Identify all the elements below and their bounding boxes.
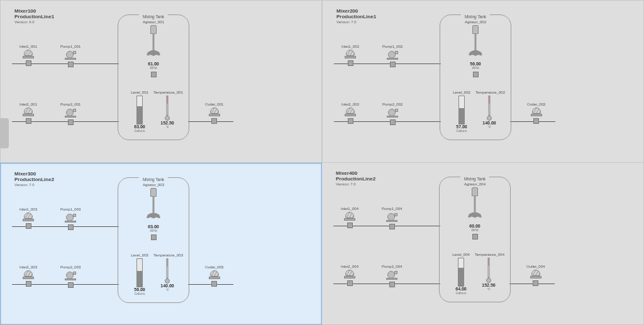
agitator[interactable]: Agitator_004 60.00 RPM [456, 182, 494, 240]
handle-icon [533, 118, 539, 124]
level[interactable]: Level_003 56.00 Gallons [126, 253, 153, 295]
inlet2-label: Inlet2_002 [341, 102, 359, 106]
inlet2[interactable]: Inlet2_003 [19, 265, 37, 287]
handle-icon [389, 224, 395, 229]
panel-header: Mixer400 ProductionLine2 Version: 7.0 [336, 170, 375, 187]
temp-value: 152.50 [475, 283, 502, 287]
mixer-panel-Mixer300[interactable]: Mixer300 ProductionLine2 Version: 7.0 In… [0, 163, 322, 326]
inlet2[interactable]: Inlet2_002 [341, 102, 359, 124]
level-label: Level_003 [126, 253, 153, 257]
level[interactable]: Level_004 64.00 Gallons [447, 253, 475, 295]
thermometer-icon [164, 258, 170, 284]
outlet[interactable]: Outlet_001 [205, 102, 223, 124]
inlet1-label: Inlet1_004 [341, 207, 358, 211]
handle-icon [347, 280, 353, 286]
temp-unit: °F [475, 125, 503, 129]
pump1-label: Pump1_003 [60, 207, 80, 211]
agitator[interactable]: Agitator_002 56.00 RPM [457, 20, 494, 77]
production-line: ProductionLine2 [14, 177, 54, 182]
mixer-id: Mixer200 [336, 8, 376, 14]
production-line: ProductionLine2 [336, 176, 375, 182]
outlet[interactable]: Outlet_004 [526, 265, 545, 286]
mixer-id: Mixer100 [14, 8, 54, 14]
mixer-panel-Mixer200[interactable]: Mixer200 ProductionLine1 Version: 7.0 In… [322, 0, 644, 163]
temperature[interactable]: Temperature_003 140.00 °F [153, 253, 181, 292]
level[interactable]: Level_001 63.00 Gallons [126, 91, 153, 133]
level-unit: Gallons [447, 291, 475, 295]
handle-icon [347, 223, 353, 228]
handle-icon [389, 282, 395, 287]
outlet-label: Outlet_002 [527, 102, 545, 106]
inlet1[interactable]: Inlet1_002 [341, 45, 359, 66]
pump2-label: Pump2_004 [382, 265, 402, 268]
agitator-icon [145, 25, 162, 62]
panel-header: Mixer100 ProductionLine1 Version: 9.0 [14, 8, 54, 25]
inlet1[interactable]: Inlet1_004 [341, 207, 358, 228]
outlet[interactable]: Outlet_002 [527, 102, 545, 124]
agitator-unit: RPM [135, 229, 172, 233]
pump-icon [386, 270, 397, 280]
agitator-value: 56.00 [457, 62, 494, 66]
mixing-tank: Mixing Tank Agitator_001 61.00 RPM Level… [118, 14, 189, 140]
level-value: 63.00 [126, 124, 153, 129]
pump-icon [65, 270, 76, 280]
mixer-panel-Mixer100[interactable]: Mixer100 ProductionLine1 Version: 9.0 In… [0, 0, 322, 163]
handle-icon [211, 118, 217, 124]
pump1[interactable]: Pump1_003 [60, 207, 80, 230]
pump2[interactable]: Pump2_003 [60, 265, 80, 288]
inlet1[interactable]: Inlet1_003 [19, 207, 37, 229]
agitator[interactable]: Agitator_001 61.00 RPM [135, 20, 172, 77]
pump2[interactable]: Pump2_002 [382, 102, 402, 125]
temp-unit: °F [475, 287, 502, 291]
mixer-panel-Mixer400[interactable]: Mixer400 ProductionLine2 Version: 7.0 In… [322, 163, 644, 326]
mixing-tank: Mixing Tank Agitator_002 56.00 RPM Level… [440, 14, 511, 140]
mixer-id: Mixer300 [14, 171, 54, 177]
handle-icon [472, 234, 478, 240]
version: Version: 7.0 [336, 20, 376, 25]
inlet2-label: Inlet2_004 [341, 265, 358, 268]
level-icon [458, 258, 464, 287]
pump2[interactable]: Pump2_004 [382, 265, 402, 287]
dome-icon [23, 107, 34, 116]
dome-icon [209, 270, 220, 279]
level-value: 64.00 [447, 287, 475, 291]
production-line: ProductionLine1 [14, 14, 54, 19]
production-line: ProductionLine1 [336, 14, 376, 19]
agitator-label: Agitator_002 [457, 20, 494, 24]
agitator-icon [466, 187, 484, 224]
outlet[interactable]: Outlet_003 [205, 265, 223, 287]
temperature[interactable]: Temperature_001 152.50 °F [153, 91, 181, 129]
agitator-unit: RPM [457, 66, 494, 70]
pump2[interactable]: Pump2_001 [60, 102, 80, 125]
pump2-label: Pump2_002 [382, 102, 402, 106]
thermometer-icon [486, 258, 492, 283]
pump-icon [386, 212, 397, 222]
handle-icon [211, 281, 217, 287]
agitator-label: Agitator_001 [135, 20, 172, 24]
tank-title: Mixing Tank [139, 14, 168, 19]
inlet2[interactable]: Inlet2_001 [19, 102, 37, 124]
version: Version: 7.0 [14, 183, 54, 187]
inlet2[interactable]: Inlet2_004 [341, 265, 358, 286]
handle-icon [151, 72, 157, 77]
level[interactable]: Level_002 57.00 Gallons [448, 91, 475, 133]
agitator[interactable]: Agitator_003 63.00 RPM [135, 183, 172, 240]
side-handle[interactable] [0, 118, 9, 148]
pump1[interactable]: Pump1_004 [382, 207, 402, 229]
temperature[interactable]: Temperature_004 152.50 °F [475, 253, 502, 291]
level-icon [136, 96, 143, 124]
handle-icon [26, 281, 31, 287]
temp-label: Temperature_001 [153, 91, 181, 94]
agitator-value: 60.00 [456, 224, 494, 228]
version: Version: 7.0 [336, 182, 375, 187]
temperature[interactable]: Temperature_002 140.00 °F [475, 91, 503, 129]
level-unit: Gallons [126, 129, 153, 133]
inlet1[interactable]: Inlet1_001 [19, 45, 37, 66]
pump1[interactable]: Pump1_001 [60, 45, 80, 67]
handle-icon [68, 119, 74, 125]
pump1[interactable]: Pump1_002 [382, 45, 402, 67]
handle-icon [68, 282, 74, 288]
level-label: Level_004 [447, 253, 475, 256]
level-label: Level_001 [126, 91, 153, 94]
mixing-tank: Mixing Tank Agitator_003 63.00 RPM Level… [118, 177, 189, 303]
